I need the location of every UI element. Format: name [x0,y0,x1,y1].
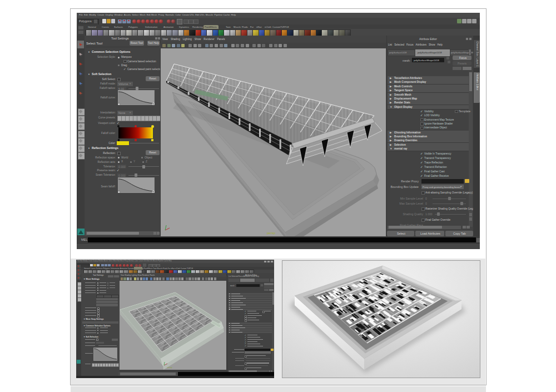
svg-text:persp: persp [267,231,276,235]
svg-text:persp: persp [167,366,172,369]
